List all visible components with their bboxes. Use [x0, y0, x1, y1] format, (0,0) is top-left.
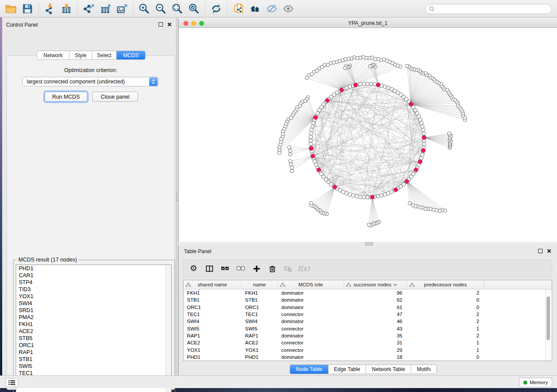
column-header-successor-nodes[interactable]: successor nodes	[344, 280, 407, 289]
column-header-MCDS-role[interactable]: MCDS role	[278, 280, 344, 289]
float-panel-icon[interactable]	[538, 249, 543, 253]
column-header-label: shared name	[197, 282, 227, 287]
select-all-icon	[221, 264, 229, 273]
table-row[interactable]: TEC1 TEC1 connector 47 2	[183, 311, 552, 318]
table-row[interactable]: ORC1 ORC1 dominator 61 0	[183, 304, 552, 311]
export-network-button[interactable]	[80, 1, 97, 16]
mcds-result-list[interactable]: PHD1CAR1STP4TID3YOX1SWI4SRD1PMA2FKH1ACE2…	[16, 265, 172, 392]
save-session-icon	[22, 3, 33, 14]
search-input[interactable]	[425, 4, 552, 14]
cell-name: SWI4	[242, 319, 278, 324]
cell-predecessor-nodes: 2	[407, 312, 484, 317]
tab-motifs[interactable]: Motifs	[411, 365, 436, 374]
zoom-selected-button[interactable]	[186, 1, 202, 16]
node-table-body: FKH1 FKH1 dominator 96 2STB1 STB1 domina…	[183, 289, 552, 361]
cell-predecessor-nodes: 2	[407, 319, 484, 324]
show-all-button[interactable]	[280, 1, 297, 16]
mcds-result-item[interactable]: SRD1	[16, 307, 171, 314]
mcds-result-item[interactable]: STB1	[16, 356, 171, 363]
memory-button[interactable]: Memory	[519, 378, 552, 387]
mcds-result-item[interactable]: RAP1	[16, 349, 171, 356]
float-panel-icon[interactable]	[159, 22, 163, 27]
mcds-result-item[interactable]: ORC1	[16, 342, 171, 349]
zoom-out-icon	[155, 3, 166, 14]
mcds-result-item[interactable]: PMA2	[16, 314, 171, 321]
cell-predecessor-nodes: 1	[407, 347, 484, 353]
zoom-out-button[interactable]	[152, 1, 169, 16]
tab-edge-table[interactable]: Edge Table	[329, 365, 367, 374]
table-row[interactable]: YOX1 YOX1 connector 29 1	[183, 346, 552, 353]
hide-selected-button[interactable]	[263, 1, 280, 16]
select-all-button[interactable]	[220, 264, 230, 273]
mcds-result-item[interactable]: FKH1	[16, 321, 171, 328]
mcds-result-item[interactable]: TID3	[16, 286, 171, 293]
dropdown-stepper-icon	[149, 77, 158, 86]
table-row[interactable]: ACE2 ACE2 connector 31 1	[183, 339, 552, 346]
delete-column-button[interactable]	[267, 264, 277, 273]
delete-column-icon	[268, 265, 277, 273]
tab-select[interactable]: Select	[92, 51, 117, 59]
mcds-list-scrollbar[interactable]	[166, 265, 171, 392]
node-table-header: shared namenameMCDS rolesuccessor nodesp…	[183, 280, 552, 289]
tab-style[interactable]: Style	[69, 51, 92, 59]
export-table-button[interactable]	[97, 1, 114, 16]
mcds-result-item[interactable]: CAR1	[16, 272, 171, 279]
close-panel-icon[interactable]	[167, 22, 172, 27]
table-row[interactable]: SWI4 SWI4 dominator 46 2	[183, 318, 552, 325]
cell-shared-name: PHD1	[183, 354, 242, 360]
tab-node-table[interactable]: Node Table	[290, 365, 329, 374]
tab-mcds[interactable]: MCDS	[117, 51, 145, 59]
zoom-in-button[interactable]	[136, 1, 152, 16]
clone-network-button[interactable]	[230, 1, 247, 16]
deselect-all-button[interactable]	[236, 264, 246, 273]
column-header-name[interactable]: name	[242, 280, 278, 289]
first-neighbors-button[interactable]	[247, 1, 263, 16]
cell-successor-nodes: 31	[344, 340, 407, 345]
optimization-criterion-label: Optimization criterion:	[7, 67, 174, 73]
network-window-titlebar[interactable]: YPA_prune.txt_1	[179, 19, 557, 28]
table-panel-title: Table Panel	[184, 248, 211, 254]
save-session-button[interactable]	[19, 1, 36, 16]
cell-predecessor-nodes: 2	[407, 333, 484, 338]
table-row[interactable]: STB1 STB1 dominator 62 0	[183, 296, 552, 303]
table-scrollbar[interactable]	[545, 289, 551, 361]
mcds-result-item[interactable]: ACE2	[16, 328, 171, 335]
node-table: shared namenameMCDS rolesuccessor nodesp…	[183, 280, 552, 361]
import-network-button[interactable]	[42, 1, 58, 16]
mcds-result-item[interactable]: SWI4	[16, 300, 171, 307]
tab-network-table[interactable]: Network Table	[366, 365, 411, 374]
export-image-button[interactable]	[114, 1, 130, 16]
mcds-tab-panel: Optimization criterion: largest connecte…	[7, 55, 175, 390]
column-header-label: MCDS role	[298, 282, 323, 287]
close-panel-icon[interactable]	[547, 249, 551, 253]
cell-shared-name: ORC1	[183, 305, 242, 310]
table-row[interactable]: PHD1 PHD1 dominator 18 0	[183, 354, 552, 361]
zoom-fit-button[interactable]	[169, 1, 186, 16]
tab-network[interactable]: Network	[37, 51, 69, 59]
refresh-button[interactable]	[208, 1, 225, 16]
task-history-button[interactable]	[5, 378, 18, 387]
create-column-button[interactable]	[252, 264, 261, 273]
column-header-predecessor-nodes[interactable]: predecessor nodes	[407, 280, 484, 289]
table-row[interactable]: RAP1 RAP1 dominator 35 2	[183, 332, 552, 339]
table-row[interactable]: FKH1 FKH1 dominator 96 2	[183, 289, 552, 296]
close-panel-button[interactable]: Close panel	[92, 92, 138, 102]
table-row[interactable]: SWI5 SWI5 connector 43 1	[183, 325, 552, 332]
show-hide-columns-button[interactable]	[204, 264, 214, 273]
optimization-criterion-select[interactable]: largest connected component (undirected)	[22, 77, 159, 86]
table-scrollbar-thumb[interactable]	[547, 296, 550, 340]
mcds-result-item[interactable]: SWI5	[16, 363, 171, 370]
run-mcds-button[interactable]: Run MCDS	[45, 92, 87, 102]
horizontal-splitter-handle[interactable]	[365, 242, 373, 245]
mcds-result-item[interactable]: PHD1	[16, 265, 171, 272]
network-window: YPA_prune.txt_1	[178, 19, 557, 242]
mcds-result-item[interactable]: STP4	[16, 279, 171, 286]
network-canvas[interactable]	[179, 28, 557, 242]
mcds-result-item[interactable]: STB5	[16, 335, 171, 342]
import-table-button[interactable]	[58, 1, 75, 16]
table-options-button[interactable]: ⚙	[189, 264, 198, 273]
horizontal-splitter[interactable]	[178, 242, 557, 245]
column-header-shared-name[interactable]: shared name	[183, 280, 242, 289]
open-session-button[interactable]	[3, 1, 19, 16]
mcds-result-item[interactable]: YOX1	[16, 293, 171, 300]
